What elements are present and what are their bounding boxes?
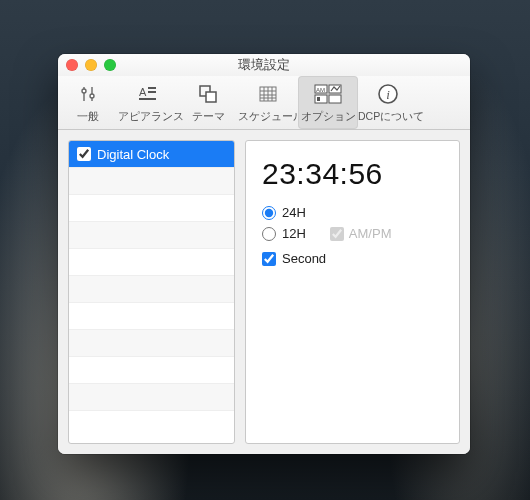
toolbar-tab-about[interactable]: i DCPについて <box>358 76 418 129</box>
toolbar-tab-appearance[interactable]: A アピアランス <box>118 76 178 129</box>
option-ampm: AM/PM <box>330 226 392 241</box>
list-item[interactable] <box>69 357 234 384</box>
window-controls <box>66 59 116 71</box>
checkbox-ampm-label: AM/PM <box>349 226 392 241</box>
toolbar-tab-theme[interactable]: テーマ <box>178 76 238 129</box>
desktop-wallpaper: 環境設定 一般 A <box>0 0 530 500</box>
toolbar-tab-schedule[interactable]: スケジュール <box>238 76 298 129</box>
list-item[interactable] <box>69 249 234 276</box>
list-item[interactable] <box>69 303 234 330</box>
toolbar-tab-general[interactable]: 一般 <box>58 76 118 129</box>
toolbar-tab-label: テーマ <box>178 110 238 124</box>
svg-text:i: i <box>386 87 390 102</box>
preferences-window: 環境設定 一般 A <box>58 54 470 454</box>
window-title: 環境設定 <box>58 56 470 74</box>
toolbar-tab-label: アピアランス <box>118 110 178 124</box>
list-item[interactable] <box>69 411 234 443</box>
info-icon: i <box>358 80 418 108</box>
preferences-body: Digital Clock 23:34:56 24H <box>58 130 470 454</box>
list-item[interactable] <box>69 384 234 411</box>
svg-point-1 <box>82 89 86 93</box>
list-item[interactable] <box>69 330 234 357</box>
module-list: Digital Clock <box>68 140 235 444</box>
module-enable-checkbox[interactable] <box>77 147 91 161</box>
list-item[interactable] <box>69 222 234 249</box>
svg-text:AM: AM <box>316 87 325 93</box>
radio-24h-label: 24H <box>282 205 306 220</box>
svg-text:A: A <box>139 86 147 98</box>
font-icon: A <box>118 80 178 108</box>
toolbar-tab-label: スケジュール <box>238 110 298 124</box>
radio-12h[interactable] <box>262 227 276 241</box>
module-options-panel: 23:34:56 24H 12H AM/PM <box>245 140 460 444</box>
close-button[interactable] <box>66 59 78 71</box>
option-24h[interactable]: 24H <box>262 205 443 220</box>
toolbar-tab-options[interactable]: AM オプション <box>298 76 358 129</box>
svg-rect-22 <box>329 95 341 103</box>
sliders-icon <box>58 80 118 108</box>
svg-rect-20 <box>317 97 320 101</box>
zoom-button[interactable] <box>104 59 116 71</box>
svg-rect-7 <box>139 98 156 100</box>
minimize-button[interactable] <box>85 59 97 71</box>
clock-preview: 23:34:56 <box>262 157 443 191</box>
options-icon: AM <box>298 80 358 108</box>
list-item[interactable] <box>69 195 234 222</box>
checkbox-ampm <box>330 227 344 241</box>
radio-24h[interactable] <box>262 206 276 220</box>
toolbar-tab-label: 一般 <box>58 110 118 124</box>
theme-icon <box>178 80 238 108</box>
option-second[interactable]: Second <box>262 251 443 266</box>
svg-rect-5 <box>148 87 156 89</box>
window-titlebar[interactable]: 環境設定 <box>58 54 470 76</box>
radio-12h-label: 12H <box>282 226 306 241</box>
svg-rect-9 <box>206 92 216 102</box>
toolbar-tab-label: DCPについて <box>358 110 418 124</box>
svg-rect-19 <box>315 95 327 103</box>
list-item[interactable] <box>69 276 234 303</box>
option-12h[interactable]: 12H <box>262 226 306 241</box>
toolbar-tab-label: オプション <box>298 110 358 124</box>
list-item[interactable] <box>69 168 234 195</box>
checkbox-second[interactable] <box>262 252 276 266</box>
preferences-toolbar: 一般 A アピアランス <box>58 76 470 130</box>
checkbox-second-label: Second <box>282 251 326 266</box>
list-item[interactable]: Digital Clock <box>69 141 234 168</box>
svg-rect-6 <box>148 91 156 93</box>
calendar-icon <box>238 80 298 108</box>
option-12h-row: 12H AM/PM <box>262 226 443 241</box>
module-label: Digital Clock <box>97 147 169 162</box>
svg-point-3 <box>90 94 94 98</box>
